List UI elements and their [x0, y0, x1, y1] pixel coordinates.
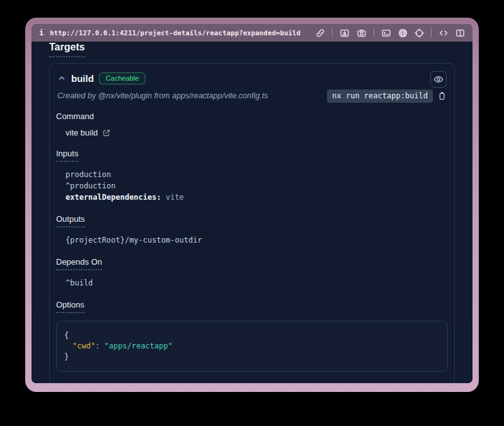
created-by-text: Created by @nx/vite/plugin from apps/rea…: [57, 91, 268, 100]
command-label: Command: [56, 112, 448, 121]
command-value-row: vite build: [66, 128, 448, 137]
depends-on-label[interactable]: Depends On: [56, 257, 448, 270]
inputs-label[interactable]: Inputs: [56, 149, 448, 162]
build-card-body: Command vite build Inputs production ^pr…: [50, 112, 454, 383]
build-subtitle-row: Created by @nx/vite/plugin from apps/rea…: [57, 89, 447, 103]
input-item-keyed: externalDependencies: vite: [66, 192, 448, 203]
desktop-background: i http://127.0.0.1:4211/project-details/…: [0, 0, 504, 426]
terminal-icon[interactable]: [381, 28, 391, 38]
outputs-list: {projectRoot}/my-custom-outdir: [66, 234, 448, 246]
depends-on-item: ^build: [66, 277, 448, 289]
crosshair-icon[interactable]: [415, 28, 424, 38]
globe-icon[interactable]: [398, 28, 408, 38]
code-icon[interactable]: [438, 28, 449, 38]
inputs-list: production ^production externalDependenc…: [66, 169, 448, 203]
run-command-chip: nx run reactapp:build: [327, 89, 433, 103]
output-item: {projectRoot}/my-custom-outdir: [66, 234, 448, 246]
toolbar-divider: [332, 28, 333, 37]
split-view-icon[interactable]: [455, 28, 465, 38]
input-item: production: [66, 169, 448, 180]
browser-toolbar: i http://127.0.0.1:4211/project-details/…: [32, 24, 472, 42]
eye-icon-button[interactable]: [430, 71, 447, 88]
depends-on-list: ^build: [66, 277, 448, 289]
build-title-row: build Cacheable: [57, 71, 447, 85]
json-cwd-line: "cwd": "apps/reactapp": [64, 341, 440, 352]
json-close-brace: }: [64, 352, 440, 362]
info-icon[interactable]: i: [39, 28, 43, 37]
save-screenshot-icon[interactable]: [340, 28, 350, 38]
toolbar-divider: [374, 28, 374, 37]
camera-icon[interactable]: [357, 28, 367, 38]
project-details-page: Targets build Cacheable Created: [32, 42, 472, 383]
url-text[interactable]: http://127.0.0.1:4211/project-details/re…: [50, 29, 301, 37]
cacheable-badge: Cacheable: [99, 72, 146, 84]
chevron-up-icon[interactable]: [57, 74, 66, 83]
external-link-icon[interactable]: [102, 129, 111, 137]
targets-heading[interactable]: Targets: [49, 42, 85, 57]
options-label[interactable]: Options: [56, 300, 448, 313]
command-value: vite build: [66, 128, 98, 137]
build-card-header: build Cacheable Created by @nx/vite/plug…: [50, 64, 454, 103]
json-open-brace: {: [64, 330, 440, 341]
toolbar-actions: [316, 28, 465, 38]
run-command-group: nx run reactapp:build: [327, 89, 447, 103]
input-item: ^production: [66, 180, 448, 192]
target-name: build: [71, 73, 94, 84]
outputs-label[interactable]: Outputs: [56, 214, 448, 227]
link-icon[interactable]: [316, 28, 325, 38]
options-json-block: { "cwd": "apps/reactapp" }: [56, 321, 448, 372]
target-card-build: build Cacheable Created by @nx/vite/plug…: [49, 63, 455, 383]
browser-window: i http://127.0.0.1:4211/project-details/…: [25, 18, 479, 392]
copy-icon[interactable]: [437, 91, 447, 101]
toolbar-divider: [431, 28, 432, 37]
